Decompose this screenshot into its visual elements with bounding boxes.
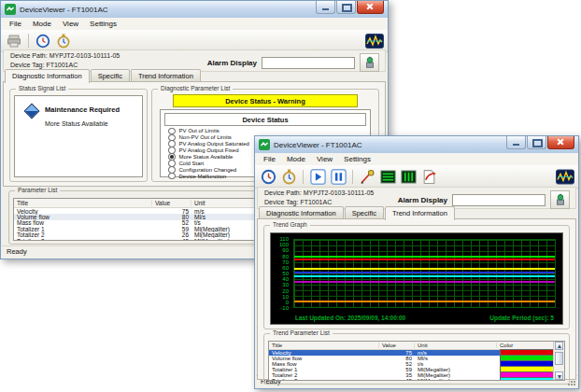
status-signal-list-title: Status Signal List: [16, 85, 68, 92]
device-path: Device Path: MYPJT2-0103-10111-05: [264, 189, 374, 196]
desktop: DeviceViewer - FT1001AC File Mode View S…: [0, 0, 581, 392]
caption-buttons: [506, 136, 574, 153]
alarm-display-field[interactable]: [262, 57, 355, 69]
tab-specific[interactable]: Specific: [345, 206, 384, 219]
menu-mode[interactable]: Mode: [27, 19, 57, 29]
minimize-button[interactable]: [506, 136, 526, 149]
clock-settings-icon[interactable]: [34, 32, 52, 49]
app-icon: [259, 139, 270, 150]
tab-trend-information[interactable]: Trend Information: [131, 69, 201, 82]
close-button[interactable]: [547, 136, 574, 149]
stopwatch-settings-icon[interactable]: [279, 168, 298, 186]
alarm-display-label: Alarm Display: [398, 196, 447, 204]
menu-view[interactable]: View: [311, 154, 338, 164]
vertical-grid-icon[interactable]: [399, 168, 418, 186]
maximize-button[interactable]: [336, 1, 356, 14]
toolbar-separator: [28, 34, 29, 48]
menu-view[interactable]: View: [57, 19, 84, 29]
status-item-label: Non-PV Out of Limits: [179, 134, 232, 140]
app-icon: [5, 4, 16, 15]
trend-graph-group: Trend Graph 1101009080706050403020100-10…: [263, 225, 570, 329]
waveform-monitor-icon[interactable]: [365, 32, 384, 49]
device-transmitter-icon-button[interactable]: [360, 53, 379, 72]
trend-plot: [293, 239, 556, 308]
device-tag: Device Tag: FT1001AC: [264, 199, 332, 205]
secondary-status-text: More Status Available: [45, 120, 108, 127]
scroll-down-button[interactable]: [555, 371, 563, 380]
table-row[interactable]: Totalizer 345Ml(Megaliter): [269, 378, 564, 381]
trend-parameter-list-title: Trend Parameter List: [270, 329, 333, 337]
menu-file[interactable]: File: [258, 154, 281, 164]
front-titlebar[interactable]: DeviceViewer - FT1001AC: [255, 136, 578, 154]
export-graph-icon[interactable]: [419, 168, 438, 186]
col-value: Value: [152, 200, 191, 206]
menu-settings[interactable]: Settings: [338, 154, 376, 164]
menu-file[interactable]: File: [4, 19, 27, 29]
tab-specific[interactable]: Specific: [91, 69, 130, 82]
col-unit: Unit: [415, 343, 497, 348]
parameter-list-title: Parameter List: [15, 187, 60, 194]
close-button[interactable]: [357, 1, 384, 14]
tab-diagnostic-information[interactable]: Diagnostic Information: [259, 206, 344, 219]
menu-settings[interactable]: Settings: [84, 19, 122, 29]
trend-line-totalizer-1: [294, 268, 555, 270]
play-icon[interactable]: [308, 168, 327, 186]
trend-line-mass-flow: [294, 272, 555, 273]
tab-trend-information[interactable]: Trend Information: [385, 206, 455, 220]
maximize-button[interactable]: [527, 136, 546, 149]
waveform-monitor-icon[interactable]: [556, 168, 574, 186]
status-item-label: PV Analog Output Saturated: [179, 141, 249, 147]
back-titlebar[interactable]: DeviceViewer - FT1001AC: [1, 1, 388, 19]
device-status-warning-banner: Device Status - Warning: [173, 94, 358, 107]
minimize-button[interactable]: [316, 1, 335, 14]
trend-tab-page: Trend Graph 1101009080706050403020100-10…: [257, 218, 576, 380]
status-item-label: More Status Available: [179, 154, 234, 160]
y-tick-label: 100: [279, 242, 289, 247]
status-signal-list-box: Maintenance Required More Status Availab…: [14, 95, 143, 177]
y-tick-label: 10: [282, 294, 289, 300]
scroll-up-button[interactable]: [555, 342, 563, 350]
menu-mode[interactable]: Mode: [281, 154, 311, 164]
y-tick-label: 30: [282, 282, 289, 287]
stopwatch-settings-icon[interactable]: [54, 32, 73, 49]
diagnostic-parameter-list-title: Diagnostic Parameter List: [158, 85, 233, 92]
toolbar: [255, 165, 578, 189]
device-tag: Device Tag: FT1001AC: [10, 62, 78, 68]
device-path: Device Path: MYPJT2-0103-10111-05: [10, 52, 120, 59]
print-icon[interactable]: [5, 32, 23, 49]
y-tick-label: 0: [286, 300, 289, 305]
col-title: Title: [14, 200, 152, 206]
y-tick-label: 90: [282, 247, 289, 253]
trend-graph-title: Trend Graph: [270, 221, 310, 229]
pause-icon[interactable]: [329, 168, 347, 186]
clock-settings-icon[interactable]: [259, 168, 277, 186]
status-item-label: Configuration Changed: [179, 167, 237, 173]
alarm-display-field[interactable]: [452, 194, 546, 206]
col-value: Value: [379, 343, 415, 348]
device-transmitter-icon-button[interactable]: [550, 190, 570, 209]
y-tick-label: 40: [282, 276, 289, 282]
maintenance-required-diamond-icon: [24, 104, 40, 119]
update-period-text: Update Period (sec): 5: [489, 315, 554, 321]
scrollbar-thumb[interactable]: [555, 352, 563, 365]
y-tick-label: 80: [282, 254, 289, 259]
vertical-scrollbar[interactable]: [553, 342, 564, 380]
window-title: DeviceViewer - FT1001AC: [274, 141, 362, 149]
y-tick-label: -10: [280, 305, 289, 311]
trend-parameter-table: Title Value Unit Color Velocity75m/s Vol…: [268, 341, 565, 381]
tab-diagnostic-information[interactable]: Diagnostic Information: [5, 69, 90, 83]
last-updated-text: Last Updated On: 2025/09/09, 14:00:00: [295, 315, 405, 321]
horizontal-grid-icon[interactable]: [378, 168, 397, 186]
front-window: DeviceViewer - FT1001AC File Mode View S…: [254, 135, 579, 389]
marker-icon[interactable]: [358, 168, 376, 186]
status-bar-text: Ready: [7, 247, 27, 256]
caption-buttons: [316, 1, 384, 18]
trend-graph-canvas: 1101009080706050403020100-10 Last Update…: [270, 232, 563, 325]
device-status-header: Device Status: [164, 113, 366, 126]
y-tick-label: 20: [282, 288, 289, 294]
y-tick-label: 110: [279, 236, 289, 242]
trend-line-totalizer-2: [294, 281, 555, 283]
alarm-display-label: Alarm Display: [207, 59, 257, 67]
toolbar-separator: [352, 170, 353, 184]
window-title: DeviceViewer - FT1001AC: [20, 6, 108, 14]
